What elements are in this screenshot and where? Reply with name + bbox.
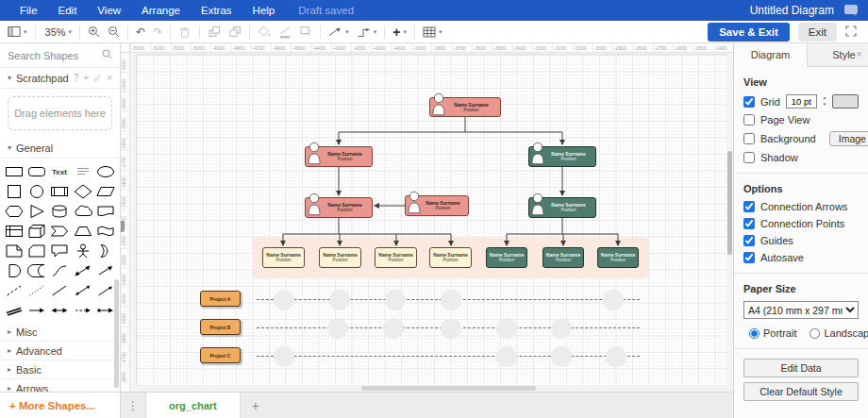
- menu-help[interactable]: Help: [242, 5, 286, 16]
- shape-rectangle[interactable]: [3, 161, 25, 181]
- project-timeline[interactable]: [257, 356, 640, 357]
- org-node[interactable]: Name SurnamePosition: [429, 247, 472, 268]
- milestone-circle[interactable]: [441, 318, 461, 339]
- connection-style-button[interactable]: ▾: [325, 25, 353, 40]
- connection-arrows-checkbox[interactable]: [743, 201, 755, 212]
- scratchpad-add-icon[interactable]: +: [83, 73, 89, 83]
- shape-card[interactable]: [25, 241, 48, 260]
- shape-actor[interactable]: [72, 241, 94, 260]
- shape-double-arrow[interactable]: [72, 260, 94, 280]
- menu-file[interactable]: File: [9, 5, 48, 16]
- guides-checkbox[interactable]: [743, 235, 755, 246]
- org-node[interactable]: Name SurnamePosition: [405, 195, 469, 216]
- insert-button[interactable]: +▾: [389, 25, 410, 40]
- paper-size-select[interactable]: A4 (210 mm x 297 mm): [743, 301, 859, 319]
- portrait-option[interactable]: Portrait: [749, 327, 796, 339]
- shape-callout[interactable]: [48, 241, 71, 260]
- org-node[interactable]: Name SurnamePosition: [429, 97, 501, 117]
- exit-button[interactable]: Exit: [798, 23, 837, 42]
- canvas-vertical-scrollbar-track[interactable]: [726, 53, 733, 392]
- milestone-circle[interactable]: [327, 318, 348, 339]
- stepper-down-icon[interactable]: ▼: [823, 102, 826, 108]
- shape-curve[interactable]: [48, 260, 71, 280]
- page-view-checkbox[interactable]: [743, 114, 755, 125]
- close-panel-icon[interactable]: ×: [857, 48, 862, 59]
- milestone-circle[interactable]: [441, 290, 461, 310]
- menu-arrange[interactable]: Arrange: [131, 5, 191, 16]
- shape-process[interactable]: [48, 181, 71, 201]
- milestone-circle[interactable]: [496, 318, 517, 339]
- portrait-radio[interactable]: [749, 328, 760, 339]
- canvas-area[interactable]: -5300-5200-5100-5000-4900-4800-4700-4600…: [121, 43, 733, 392]
- shape-diamond[interactable]: [72, 181, 94, 201]
- org-node[interactable]: Name SurnamePosition: [528, 197, 596, 218]
- scratchpad-edit-icon[interactable]: [93, 73, 102, 83]
- milestone-circle[interactable]: [385, 290, 406, 310]
- milestone-circle[interactable]: [603, 290, 624, 310]
- tab-diagram[interactable]: Diagram: [734, 43, 808, 67]
- milestone-circle[interactable]: [551, 346, 572, 367]
- milestone-circle[interactable]: [551, 318, 572, 339]
- format-panel-button[interactable]: ▾: [4, 24, 31, 40]
- shape-trapezoid[interactable]: [72, 221, 94, 241]
- scratchpad-close-icon[interactable]: ×: [107, 73, 112, 83]
- section-basic[interactable]: ▸Basic: [0, 360, 120, 379]
- shape-text[interactable]: Text: [48, 161, 71, 181]
- pages-menu-icon[interactable]: ⋮: [121, 393, 145, 418]
- shape-cube[interactable]: [25, 221, 48, 241]
- sidebar-collapse-handle[interactable]: [121, 221, 125, 232]
- shape-internal-storage[interactable]: [3, 221, 25, 241]
- shape-dashed-line[interactable]: [3, 280, 25, 300]
- comments-icon[interactable]: [843, 4, 859, 17]
- zoom-in-button[interactable]: [84, 24, 104, 40]
- shape-rounded-rectangle[interactable]: [25, 161, 48, 181]
- section-misc[interactable]: ▸Misc: [0, 323, 120, 342]
- scratchpad-header[interactable]: ▾ Scratchpad ?+×: [0, 68, 120, 89]
- shape-bidirectional-arrow[interactable]: [72, 280, 94, 300]
- menu-edit[interactable]: Edit: [48, 5, 88, 16]
- grid-checkbox[interactable]: [743, 96, 755, 108]
- org-node[interactable]: Name SurnamePosition: [375, 247, 417, 268]
- grid-size-input[interactable]: [786, 94, 817, 109]
- shape-parallelogram[interactable]: [94, 181, 117, 201]
- edit-data-button[interactable]: Edit Data: [743, 359, 859, 377]
- shape-dotted-line[interactable]: [25, 280, 48, 300]
- shape-line[interactable]: [48, 280, 71, 300]
- waypoints-button[interactable]: ▾: [353, 25, 381, 40]
- shape-or[interactable]: [94, 241, 117, 260]
- search-icon[interactable]: [102, 49, 112, 61]
- scratchpad-dropzone[interactable]: Drag elements here: [8, 96, 112, 130]
- section-general[interactable]: ▾ General: [0, 138, 120, 159]
- add-page-button[interactable]: +: [241, 393, 271, 418]
- save-exit-button[interactable]: Save & Exit: [708, 23, 790, 42]
- zoom-out-button[interactable]: [104, 24, 124, 40]
- milestone-circle[interactable]: [496, 346, 517, 367]
- shape-textbox[interactable]: [72, 161, 94, 181]
- shape-cylinder[interactable]: [48, 201, 71, 221]
- page-tab-org-chart[interactable]: org_chart: [145, 393, 241, 418]
- background-checkbox[interactable]: [743, 133, 755, 144]
- shape-step[interactable]: [48, 221, 71, 241]
- canvas-vertical-scrollbar[interactable]: [727, 151, 732, 255]
- grid-color-button[interactable]: [832, 94, 859, 109]
- canvas-horizontal-scrollbar-track[interactable]: [130, 385, 726, 392]
- background-image-button[interactable]: Image: [829, 131, 868, 146]
- section-advanced[interactable]: ▸Advanced: [0, 342, 120, 360]
- shape-bidirectional-connector[interactable]: [48, 300, 71, 320]
- shape-circle[interactable]: [25, 181, 48, 201]
- org-node[interactable]: Name SurnamePosition: [528, 146, 596, 167]
- undo-button[interactable]: ↶: [132, 25, 149, 40]
- project-node[interactable]: Project B: [200, 319, 241, 335]
- landscape-radio[interactable]: [810, 328, 820, 339]
- search-shapes-input[interactable]: [8, 50, 98, 61]
- milestone-circle[interactable]: [274, 346, 294, 367]
- table-button[interactable]: ▾: [419, 25, 446, 40]
- milestone-circle[interactable]: [383, 318, 404, 339]
- landscape-option[interactable]: Landscape: [810, 327, 868, 339]
- menu-view[interactable]: View: [87, 5, 131, 16]
- shape-hexagon[interactable]: [3, 201, 25, 221]
- milestone-circle[interactable]: [606, 346, 626, 367]
- org-node[interactable]: Name SurnamePosition: [597, 247, 639, 268]
- shape-dashed-connector[interactable]: [72, 300, 94, 320]
- project-node[interactable]: Project A: [200, 291, 241, 307]
